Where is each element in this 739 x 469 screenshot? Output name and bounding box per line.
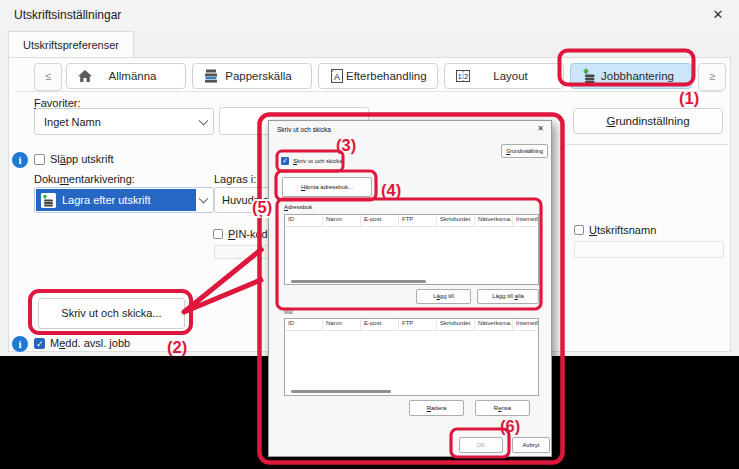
address-book-label: Adressbok [284,204,312,210]
stored-in-label: Lagras i: [214,173,256,185]
tab-label: Efterbehandling [346,70,427,82]
notify-job-end-label: Medd. avsl. jobb [50,337,130,349]
scroll-tabs-right-button[interactable]: ≥ [698,63,726,91]
window-title: Utskriftsinställningar [14,8,121,22]
cancel-button[interactable]: Avbryt [512,437,550,453]
column-header[interactable]: Skrivbordet [437,319,475,330]
print-name-label: Utskriftsnamn [589,224,656,236]
dialog-defaults-button[interactable]: Grundinställning [501,144,548,158]
column-header[interactable]: Skrivbordet [437,215,475,226]
printer-icon [202,67,220,85]
print-name-field[interactable] [574,241,724,258]
release-print-checkbox[interactable] [34,154,45,165]
get-address-book-button[interactable]: Hämta adressbok... [282,177,372,197]
release-print-label: Släpp utskrift [50,153,114,165]
store-after-print-icon [40,192,57,209]
info-icon[interactable]: i [12,336,28,352]
info-icon[interactable]: i [12,152,28,168]
destination-header: ID Namn E-post FTP Skrivbordet Nätverksm… [285,319,538,331]
horizontal-scrollbar[interactable] [291,390,391,393]
column-header[interactable]: Nätverksma... [475,319,513,330]
doc-filing-value: Lagra efter utskrift [62,194,151,206]
toolbar-divider [15,91,722,92]
column-header[interactable]: Internetf [513,319,539,330]
favorites-select[interactable]: Inget Namn [34,108,214,135]
tab-label: Layout [472,70,549,82]
close-icon[interactable]: ✕ [537,124,544,133]
column-header[interactable]: Namn [323,215,361,226]
clear-button[interactable]: Rensa [475,400,530,416]
column-header[interactable]: ID [285,215,323,226]
layout-icon: 1 2 [454,67,472,85]
delete-button[interactable]: Radera [409,400,464,416]
enable-checkbox-label: Skriv ut och skicka [293,158,343,164]
pin-checkbox[interactable] [213,229,223,239]
screenshot-stage: Utskriftsinställningar ✕ Utskriftsprefer… [0,0,739,469]
stored-in-value: Huvudma [222,194,269,206]
tab-layout[interactable]: 1 2 Layout [444,63,564,89]
column-header[interactable]: Internetf [513,215,539,226]
tab-label: Allmänna [94,70,171,82]
print-and-send-button[interactable]: Skriv ut och skicka... [38,298,185,329]
column-header[interactable]: FTP [399,215,437,226]
finishing-icon: A [328,67,346,85]
add-all-button[interactable]: Lägg till alla [477,289,539,304]
chevron-down-icon [199,115,209,125]
print-and-send-dialog: Skriv ut och skicka ✕ Grundinställning S… [268,120,552,457]
dialog-title: Skriv ut och skicka [277,126,331,133]
column-header[interactable]: FTP [399,319,437,330]
right-divider [566,144,728,145]
tab-label: Jobbhantering [598,70,677,82]
doc-filing-label: Dokumentarkivering: [34,173,135,185]
favorites-value: Inget Namn [44,116,101,128]
job-handling-icon [580,67,598,85]
print-name-checkbox[interactable] [574,225,584,235]
tab-efterbehandling[interactable]: A Efterbehandling [318,63,438,89]
column-header[interactable]: Nätverksma... [475,215,513,226]
doc-filing-selection: Lagra efter utskrift [36,189,196,211]
tab-papperskalla[interactable]: Papperskälla [192,63,312,89]
chevron-down-icon [199,194,209,204]
ok-button[interactable]: OK [459,437,503,453]
svg-text:2: 2 [464,73,468,80]
svg-text:A: A [334,72,340,82]
address-book-header: ID Namn E-post FTP Skrivbordet Nätverksm… [285,215,538,227]
horizontal-scrollbar[interactable] [291,280,426,283]
pin-label: PIN-kod [228,228,268,240]
column-header[interactable]: ID [285,319,323,330]
doc-filing-select[interactable]: Lagra efter utskrift [34,187,214,213]
tab-print-preferences[interactable]: Utskriftspreferenser [8,31,134,58]
print-and-send-enable-checkbox[interactable] [281,157,289,165]
address-book-list[interactable]: ID Namn E-post FTP Skrivbordet Nätverksm… [284,214,539,285]
column-header[interactable]: E-post [361,319,399,330]
svg-text:1: 1 [458,73,462,80]
tab-label: Papperskälla [220,70,297,82]
notify-job-end-checkbox[interactable] [34,338,45,349]
column-header[interactable]: Namn [323,319,361,330]
column-header[interactable]: E-post [361,215,399,226]
destination-label: Mål [284,309,293,315]
defaults-button[interactable]: Grundinställning [573,108,723,134]
tab-allmanna[interactable]: Allmänna [66,63,186,89]
scroll-tabs-left-button[interactable]: ≤ [34,63,62,91]
home-icon [76,67,94,85]
add-button[interactable]: Lägg till [416,289,471,304]
titlebar: Utskriftsinställningar ✕ [0,0,739,30]
close-icon[interactable]: ✕ [701,2,735,28]
tab-jobbhantering[interactable]: Jobbhantering [570,63,692,89]
destination-list[interactable]: ID Namn E-post FTP Skrivbordet Nätverksm… [284,318,539,396]
